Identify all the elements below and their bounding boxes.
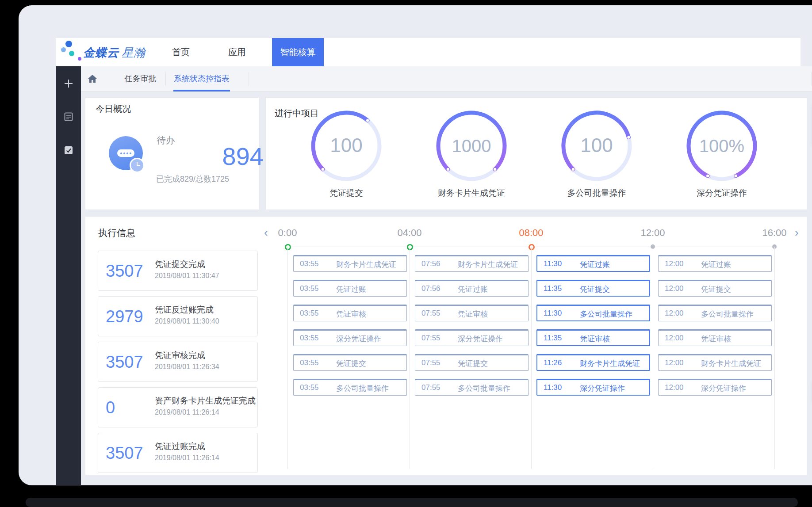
task-card[interactable]: 03:55凭证提交 <box>293 354 407 371</box>
task-card[interactable]: 11:35凭证提交 <box>536 280 650 297</box>
nav-smart-accounting[interactable]: 智能核算 <box>272 38 324 66</box>
task-card[interactable]: 07:56财务卡片生成凭证 <box>415 255 529 272</box>
task-card[interactable]: 12:00凭证审核 <box>658 329 772 346</box>
timeline-tick-label: 08:00 <box>519 227 543 239</box>
task-card[interactable]: 11:30多公司批量操作 <box>536 305 650 321</box>
task-name: 凭证过账 <box>580 259 610 270</box>
task-card[interactable]: 07:56凭证过账 <box>415 280 529 297</box>
stat-card[interactable]: 3507凭证审核完成2019/08/01 11:26:34 <box>98 342 258 382</box>
task-card[interactable]: 07:55凭证审核 <box>415 305 529 321</box>
screen: 金蝶云星瀚 首页 应用 智能核算 3 <box>0 0 812 507</box>
task-time: 12:00 <box>665 284 684 293</box>
task-card[interactable]: 03:55多公司批量操作 <box>293 379 407 396</box>
task-time: 12:00 <box>665 309 684 318</box>
task-card[interactable]: 07:55凭证提交 <box>415 354 529 371</box>
task-name: 深分凭证操作 <box>458 334 503 344</box>
timeline-tick-dot[interactable] <box>285 244 291 250</box>
ring-value: 100% <box>699 136 744 156</box>
task-name: 凭证提交 <box>580 284 610 294</box>
task-name: 多公司批量操作 <box>458 383 510 393</box>
task-card[interactable]: 03:55深分凭证操作 <box>293 329 407 346</box>
chevron-left-icon[interactable]: ‹ <box>264 227 268 238</box>
stat-value: 2979 <box>106 307 143 326</box>
task-card[interactable]: 11:26财务卡片生成凭证 <box>536 354 650 371</box>
task-card[interactable]: 12:00深分凭证操作 <box>658 379 772 396</box>
task-name: 多公司批量操作 <box>701 309 754 319</box>
task-card[interactable]: 11:35凭证审核 <box>536 329 650 346</box>
stat-name: 凭证审核完成 <box>155 350 205 361</box>
nav-home[interactable]: 首页 <box>161 38 201 66</box>
stat-timestamp: 2019/08/01 11:26:14 <box>155 408 219 416</box>
task-name: 财务卡片生成凭证 <box>458 259 518 270</box>
task-time: 11:26 <box>544 358 562 367</box>
timeline-tick-dot[interactable] <box>407 244 413 250</box>
home-icon[interactable] <box>87 73 98 86</box>
task-time: 11:30 <box>544 309 562 318</box>
task-name: 凭证审核 <box>701 334 731 344</box>
task-name: 凭证过账 <box>701 259 731 270</box>
task-time: 12:00 <box>665 259 684 268</box>
progress-ring: 1000 <box>434 108 509 183</box>
clock-icon <box>130 158 145 173</box>
nav-apps[interactable]: 应用 <box>217 38 257 66</box>
window-bottom-edge <box>26 498 798 507</box>
stat-timestamp: 2019/08/01 11:30:40 <box>155 317 219 325</box>
todo-count: 894 <box>186 142 264 171</box>
tab-separator <box>249 72 249 86</box>
stat-value: 3507 <box>106 353 143 372</box>
task-card[interactable]: 12:00多公司批量操作 <box>658 305 772 321</box>
task-time: 03:55 <box>300 334 319 343</box>
task-time: 11:35 <box>544 284 562 293</box>
task-time: 11:35 <box>544 334 562 343</box>
stat-timestamp: 2019/08/01 11:26:34 <box>155 363 219 371</box>
task-name: 财务卡片生成凭证 <box>580 358 640 369</box>
checklist-icon[interactable] <box>56 146 81 156</box>
ring-gauge: 100 <box>309 108 384 183</box>
task-card[interactable]: 11:30凭证过账 <box>536 255 650 272</box>
task-card[interactable]: 12:00财务卡片生成凭证 <box>658 354 772 371</box>
stat-name: 资产财务卡片生成凭证完成 <box>155 395 256 407</box>
stat-card[interactable]: 3507凭证提交完成2019/08/01 11:30:47 <box>98 251 258 291</box>
list-icon[interactable] <box>56 112 81 123</box>
stat-card[interactable]: 2979凭证反过账完成2019/08/01 11:30:40 <box>98 296 258 336</box>
chevron-right-icon[interactable]: › <box>795 227 799 238</box>
task-card[interactable]: 03:55凭证过账 <box>293 280 407 297</box>
timeline-tick-label: 0:00 <box>278 227 297 239</box>
task-card[interactable]: 07:55多公司批量操作 <box>415 379 529 396</box>
stat-name: 凭证反过账完成 <box>155 304 214 316</box>
stat-card[interactable]: 0资产财务卡片生成凭证完成2019/08/01 11:26:14 <box>98 387 258 427</box>
task-card[interactable]: 11:30深分凭证操作 <box>536 379 650 396</box>
todo-icon-pill <box>117 149 134 157</box>
task-time: 12:00 <box>665 358 684 367</box>
timeline-column-divider <box>774 247 775 469</box>
task-name: 深分凭证操作 <box>701 383 746 393</box>
task-card[interactable]: 12:00凭证过账 <box>658 255 772 272</box>
logo-dot-blue <box>65 41 72 47</box>
timeline-tick-dot[interactable] <box>529 244 535 250</box>
timeline-column-divider <box>531 247 532 469</box>
progress-ring: 100 <box>559 108 634 183</box>
todo-label: 待办 <box>157 134 175 146</box>
tab-separator <box>811 72 812 86</box>
ring-gauge: 100 <box>559 108 634 183</box>
tab-system-status[interactable]: 系统状态控指表 <box>173 66 230 91</box>
task-card[interactable]: 03:55财务卡片生成凭证 <box>293 255 407 272</box>
task-name: 凭证过账 <box>458 284 488 294</box>
task-card[interactable]: 03:55凭证审核 <box>293 305 407 321</box>
ring-label: 多公司批量操作 <box>544 187 650 199</box>
plus-icon[interactable] <box>56 79 81 90</box>
stat-card[interactable]: 3507凭证过账完成2019/08/01 11:26:14 <box>98 433 258 473</box>
task-name: 深分凭证操作 <box>336 334 381 344</box>
logo-dot-purple <box>78 57 81 61</box>
task-time: 07:55 <box>421 358 440 367</box>
timeline-tick-label: 16:00 <box>762 227 786 239</box>
task-time: 12:00 <box>665 383 684 392</box>
task-name: 凭证提交 <box>336 358 366 369</box>
timeline-column-divider <box>653 247 653 469</box>
task-card[interactable]: 07:55深分凭证操作 <box>415 329 529 346</box>
stat-timestamp: 2019/08/01 11:26:14 <box>155 454 219 462</box>
tab-task-approval[interactable]: 任务审批 <box>115 66 165 91</box>
task-card[interactable]: 12:00凭证提交 <box>658 280 772 297</box>
stat-timestamp: 2019/08/01 11:30:47 <box>155 272 219 280</box>
app-logo[interactable]: 金蝶云星瀚 <box>83 45 146 61</box>
